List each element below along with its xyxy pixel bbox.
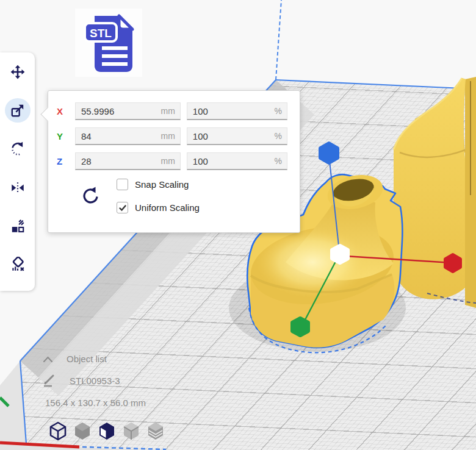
reset-icon	[81, 186, 100, 205]
axis-z-label: Z	[57, 156, 67, 166]
mirror-icon	[10, 180, 26, 196]
axis-y-label: Y	[57, 131, 67, 141]
x-percent-input[interactable]	[187, 102, 287, 120]
z-axis-dashed-line	[276, 0, 281, 80]
scale-tool-panel: X mm % Y mm % Z mm %	[48, 90, 300, 233]
x-size-unit: mm	[161, 106, 175, 116]
cube-right-view-icon	[146, 421, 165, 441]
y-percent-input[interactable]	[187, 127, 287, 145]
z-percent-unit: %	[275, 156, 282, 166]
y-size-unit: mm	[161, 131, 175, 141]
cube-top-view-icon	[97, 421, 117, 441]
view-front-button[interactable]	[72, 421, 93, 443]
move-icon	[10, 64, 26, 80]
y-percent-unit: %	[275, 131, 282, 141]
object-dimensions: 156.4 x 130.7 x 56.0 mm	[45, 398, 146, 408]
scale-row-y: Y mm %	[57, 127, 287, 145]
reset-scale-button[interactable]	[80, 186, 101, 207]
view-preset-toolbar	[48, 421, 170, 443]
support-blocker-icon	[10, 257, 26, 273]
view-3d-button[interactable]	[48, 421, 68, 443]
panel-pointer-notch	[40, 107, 55, 121]
cube-3d-view-icon	[48, 421, 68, 441]
scale-icon	[10, 102, 26, 118]
move-tool-button[interactable]	[5, 60, 31, 84]
scale-row-x: X mm %	[57, 102, 287, 120]
object-name: STL00953-3	[70, 376, 120, 386]
uniform-scaling-option[interactable]: Uniform Scaling	[117, 202, 200, 213]
y-axis-indicator	[0, 398, 9, 406]
scale-tool-button[interactable]	[5, 98, 31, 123]
tool-sidebar	[0, 52, 35, 291]
scale-row-z: Z mm %	[57, 152, 287, 170]
edit-pencil-icon	[43, 374, 59, 387]
object-list-title: Object list	[67, 354, 107, 364]
uniform-scaling-label: Uniform Scaling	[135, 202, 200, 213]
snap-scaling-checkbox[interactable]	[117, 179, 128, 190]
view-left-button[interactable]	[121, 421, 142, 443]
check-icon	[119, 204, 126, 212]
cura-workspace: STL	[0, 0, 476, 450]
stl-file-drag-preview: STL	[75, 9, 142, 77]
stl-file-icon: STL	[82, 12, 135, 73]
x-percent-unit: %	[275, 106, 282, 116]
cube-front-view-icon	[73, 421, 92, 441]
snap-scaling-option[interactable]: Snap Scaling	[117, 179, 189, 190]
chevron-up-icon	[43, 355, 53, 363]
object-list-panel: Object list STL00953-3 156.4 x 130.7 x 5…	[43, 354, 146, 408]
uniform-scaling-checkbox[interactable]	[117, 202, 128, 213]
view-right-button[interactable]	[145, 421, 166, 443]
object-list-item[interactable]: STL00953-3	[43, 374, 146, 387]
scale-panel-options: Snap Scaling Uniform Scaling	[57, 177, 287, 226]
axis-x-label: X	[57, 106, 67, 116]
object-list-header[interactable]: Object list	[43, 354, 146, 364]
per-model-settings-button[interactable]	[5, 214, 31, 238]
rotate-icon	[10, 141, 26, 157]
view-top-button[interactable]	[96, 421, 117, 443]
support-blocker-button[interactable]	[5, 252, 31, 277]
snap-scaling-label: Snap Scaling	[135, 179, 189, 190]
z-percent-input[interactable]	[187, 152, 287, 170]
z-size-unit: mm	[161, 156, 175, 166]
mirror-tool-button[interactable]	[5, 176, 31, 200]
per-model-settings-icon	[10, 218, 26, 234]
rotate-tool-button[interactable]	[5, 137, 31, 161]
stl-label: STL	[90, 27, 112, 40]
cube-left-view-icon	[121, 421, 141, 441]
